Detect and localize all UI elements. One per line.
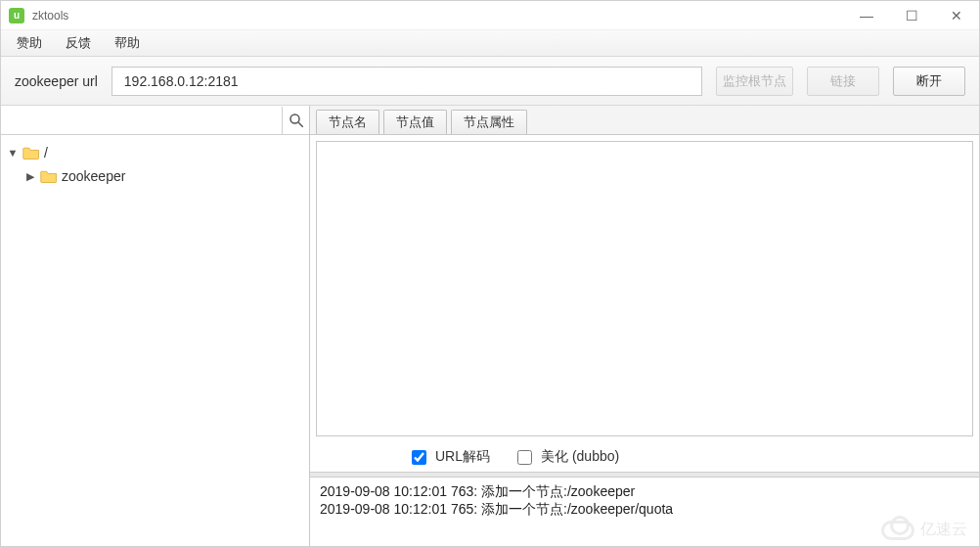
search-icon — [288, 112, 305, 129]
left-panel: ▼ / ▶ zookeeper — [1, 106, 310, 546]
monitor-root-button[interactable]: 监控根节点 — [716, 67, 793, 96]
options-row: URL解码 美化 (dubbo) — [310, 442, 979, 472]
tree-child-node[interactable]: ▶ zookeeper — [7, 164, 303, 188]
tree-search-input[interactable] — [1, 107, 282, 134]
app-icon: u — [9, 8, 24, 23]
tree-toggle-icon[interactable]: ▼ — [7, 147, 19, 159]
minimize-button[interactable]: — — [844, 1, 889, 30]
log-panel[interactable]: 2019-09-08 10:12:01 763: 添加一个节点:/zookeep… — [310, 478, 979, 546]
url-decode-input[interactable] — [412, 450, 426, 465]
node-tree[interactable]: ▼ / ▶ zookeeper — [1, 135, 309, 546]
tab-node-attributes[interactable]: 节点属性 — [451, 110, 527, 134]
main-split: ▼ / ▶ zookeeper 节点名 节点值 — [1, 106, 979, 546]
connect-button[interactable]: 链接 — [807, 67, 879, 96]
window-controls: — ☐ ✕ — [844, 1, 979, 30]
tree-node-label: zookeeper — [62, 168, 125, 184]
close-button[interactable]: ✕ — [934, 1, 979, 30]
node-content-panel[interactable] — [316, 141, 973, 436]
menu-item-help[interactable]: 帮助 — [103, 30, 152, 56]
tree-root-node[interactable]: ▼ / — [7, 141, 303, 164]
url-decode-checkbox[interactable]: URL解码 — [408, 447, 490, 468]
maximize-button[interactable]: ☐ — [889, 1, 934, 30]
right-panel: 节点名 节点值 节点属性 URL解码 美化 (dubbo) 2019-09-08… — [310, 106, 979, 546]
tree-search-button[interactable] — [282, 107, 309, 134]
zookeeper-url-input[interactable] — [111, 67, 702, 96]
svg-line-1 — [298, 122, 303, 127]
tree-toggle-icon[interactable]: ▶ — [24, 170, 36, 183]
beautify-label: 美化 (dubbo) — [541, 448, 619, 466]
svg-point-0 — [290, 114, 299, 123]
log-line: 2019-09-08 10:12:01 765: 添加一个节点:/zookeep… — [320, 501, 969, 519]
tabs-row: 节点名 节点值 节点属性 — [310, 106, 979, 135]
folder-icon — [22, 146, 40, 160]
tab-node-name[interactable]: 节点名 — [316, 110, 379, 134]
url-toolbar: zookeeper url 监控根节点 链接 断开 — [1, 57, 979, 106]
tree-node-label: / — [44, 145, 48, 160]
app-title: zktools — [32, 9, 68, 23]
menu-item-sponsor[interactable]: 赞助 — [5, 30, 54, 56]
beautify-checkbox[interactable]: 美化 (dubbo) — [513, 447, 619, 468]
folder-icon — [40, 169, 58, 184]
menu-item-feedback[interactable]: 反馈 — [54, 30, 103, 56]
title-bar: u zktools — ☐ ✕ — [1, 1, 979, 30]
tree-search-row — [1, 106, 309, 135]
beautify-input[interactable] — [517, 450, 532, 465]
url-decode-label: URL解码 — [435, 448, 490, 466]
tab-node-value[interactable]: 节点值 — [383, 110, 447, 134]
log-line: 2019-09-08 10:12:01 763: 添加一个节点:/zookeep… — [320, 483, 969, 501]
disconnect-button[interactable]: 断开 — [893, 67, 965, 96]
url-label: zookeeper url — [15, 73, 98, 89]
menu-bar: 赞助 反馈 帮助 — [1, 30, 979, 57]
